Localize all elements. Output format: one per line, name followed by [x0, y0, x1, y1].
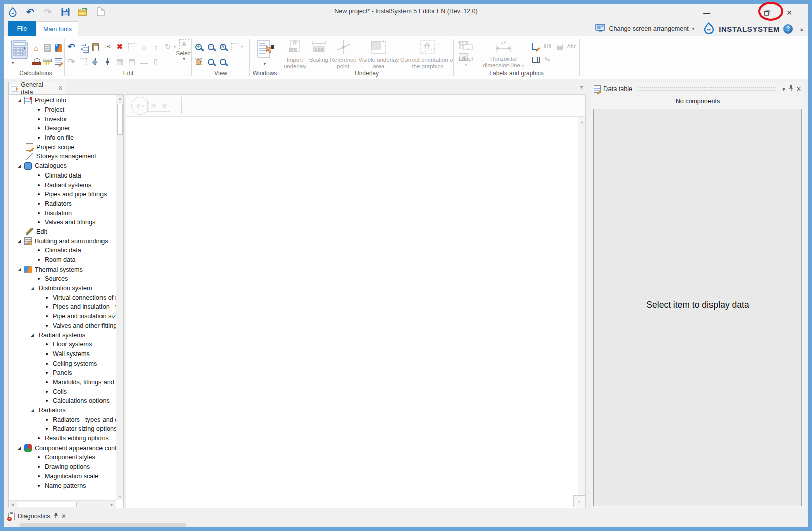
tree-item[interactable]: Investor	[9, 114, 116, 124]
scroll-thumb[interactable]	[17, 502, 77, 507]
tree-item[interactable]: Wall systems	[9, 349, 116, 359]
maximize-button[interactable]	[760, 7, 774, 18]
tab-file[interactable]: File	[8, 21, 36, 36]
scaling-button[interactable]: 1·2·3 Scaling	[309, 36, 328, 63]
tree-item[interactable]: Catalogues	[9, 161, 116, 171]
tree-item[interactable]: Radiators	[9, 406, 116, 415]
paste-icon[interactable]	[89, 41, 102, 53]
graph-table-button[interactable]	[542, 40, 554, 52]
tree-item[interactable]: Room data	[9, 255, 116, 265]
scroll-right-icon[interactable]: ▶	[108, 501, 116, 508]
scroll-down-icon[interactable]: ▼	[573, 495, 585, 507]
collapse-ribbon-icon[interactable]: ▲	[799, 26, 804, 32]
correct-orientation-button[interactable]: Correct orientation of the graphics	[399, 36, 456, 70]
elevation-icon[interactable]: ↕	[150, 41, 162, 53]
tree-item[interactable]: Pipes and insulation - types	[9, 302, 116, 312]
roof-construction-button[interactable]: ⌂	[30, 42, 42, 54]
table-button[interactable]	[530, 54, 542, 66]
tree-horizontal-scrollbar[interactable]: ◀ ▶	[9, 500, 116, 508]
chevron-down-icon[interactable]: ▾	[183, 56, 185, 61]
expander-icon[interactable]	[18, 99, 21, 102]
tree-item[interactable]: Info on file	[9, 133, 116, 143]
tree-item[interactable]: Radiator sizing options	[9, 424, 116, 434]
tree-item[interactable]: Radiant systems	[9, 180, 116, 190]
tree-item[interactable]: Project	[9, 105, 116, 115]
canvas[interactable]: ▲ ▼	[126, 117, 585, 508]
scroll-thumb[interactable]	[20, 523, 186, 527]
minimize-button[interactable]: —	[700, 7, 714, 18]
tree-item[interactable]: Ceiling systems	[9, 359, 116, 368]
tree-item[interactable]: Sources	[9, 274, 116, 284]
tree-item[interactable]: Pipes and pipe fittings	[9, 190, 116, 199]
gear-settings-button[interactable]	[30, 56, 42, 68]
tree-item[interactable]: Drawing options	[9, 462, 116, 472]
tree-item[interactable]: Storeys management	[9, 152, 116, 161]
visible-underlay-area-button[interactable]: Visible underlay area	[358, 36, 399, 70]
expander-icon[interactable]	[31, 333, 34, 337]
reference-point-button[interactable]: Reference point	[328, 36, 358, 70]
expander-icon[interactable]	[18, 446, 21, 450]
tree-item[interactable]: Thermal systems	[9, 264, 116, 274]
undo-icon[interactable]: ↶	[65, 41, 77, 53]
tree-item[interactable]: Floor systems	[9, 340, 116, 349]
zoom-region-icon[interactable]	[229, 41, 241, 53]
expander-icon[interactable]	[31, 409, 34, 412]
scroll-up-icon[interactable]: ▲	[116, 95, 124, 102]
calculations-button[interactable]: ▾	[8, 40, 31, 68]
abc-text-button[interactable]: Abc	[566, 40, 578, 52]
pin-icon[interactable]	[789, 84, 794, 94]
copy-icon[interactable]	[77, 41, 89, 53]
select-button[interactable]: A Select ▾	[176, 36, 192, 68]
tree-item[interactable]: Results editing options	[9, 434, 116, 444]
tree-item[interactable]: Building and surroundings	[9, 236, 116, 246]
close-button[interactable]: ✕	[782, 7, 796, 18]
distribute-icon[interactable]: ▦	[114, 56, 126, 68]
tree-item[interactable]: Panels	[9, 368, 116, 378]
tree-item[interactable]: Pipe and insulation sizing o	[9, 312, 116, 321]
measure-icon[interactable]	[138, 56, 150, 68]
chevron-down-icon[interactable]: ▾	[692, 26, 695, 31]
expander-icon[interactable]	[31, 287, 34, 290]
close-icon[interactable]: ✕	[796, 85, 801, 93]
tab-general-data[interactable]: General data ✕	[8, 82, 66, 94]
pan-icon[interactable]	[192, 56, 205, 68]
tree-item[interactable]: Valves and other fittings - ty	[9, 321, 116, 331]
panel-menu-icon[interactable]: ▼	[781, 86, 786, 92]
zoom-previous-icon[interactable]	[205, 56, 217, 68]
close-icon[interactable]: ✕	[58, 85, 63, 92]
results-table-button[interactable]	[52, 56, 64, 68]
tree-item[interactable]: Project info	[9, 96, 116, 105]
pin-icon[interactable]	[53, 512, 58, 521]
form-button[interactable]: ▤	[554, 40, 566, 52]
windows-button[interactable]: ▾	[250, 36, 279, 66]
drag-texture[interactable]	[638, 87, 776, 92]
scroll-down-icon[interactable]: ▼	[116, 493, 124, 500]
tree-item[interactable]: Component styles	[9, 453, 116, 462]
tree-item[interactable]: Radiators - types and defau	[9, 415, 116, 424]
double-chevron-down-icon[interactable]	[159, 100, 170, 111]
close-icon[interactable]: ✕	[61, 513, 66, 520]
canvas-vertical-scrollbar[interactable]: ▲ ▼	[578, 117, 585, 508]
tree-item[interactable]: Climatic data	[9, 246, 116, 255]
expander-icon[interactable]	[18, 164, 21, 168]
tree-item[interactable]: Component appearance configu	[9, 443, 116, 453]
tree-item[interactable]: Virtual connections of radia	[9, 293, 116, 302]
raise-component-icon[interactable]: ⌂	[138, 41, 150, 53]
scroll-thumb[interactable]	[117, 104, 123, 135]
building-calculation-button[interactable]	[41, 42, 53, 54]
chevron-down-icon[interactable]: ▾	[241, 44, 243, 49]
tree-item[interactable]: Designer	[9, 124, 116, 133]
tree-item[interactable]: Radiant systems	[9, 330, 116, 340]
import-underlay-button[interactable]: BASE Import underlay	[281, 36, 309, 70]
redo-icon[interactable]: ↷	[65, 56, 77, 68]
tree-item[interactable]: Distribution system	[9, 284, 116, 293]
tree-item[interactable]: Valves and fittings	[9, 218, 116, 227]
tab-list-dropdown-icon[interactable]: ▼	[579, 85, 584, 90]
tab-main-tools[interactable]: Main tools	[37, 21, 78, 37]
move-nodes-icon[interactable]	[126, 41, 138, 53]
tree-item[interactable]: Climatic data	[9, 171, 116, 181]
zoom-out-icon[interactable]: −	[205, 41, 217, 53]
horizontal-dimension-button[interactable]: 2.0 Horizontal dimension line ▾	[477, 36, 530, 69]
bottom-scrollbar[interactable]	[4, 523, 808, 527]
change-screen-arrangement[interactable]: Change screen arrangement	[609, 25, 689, 32]
